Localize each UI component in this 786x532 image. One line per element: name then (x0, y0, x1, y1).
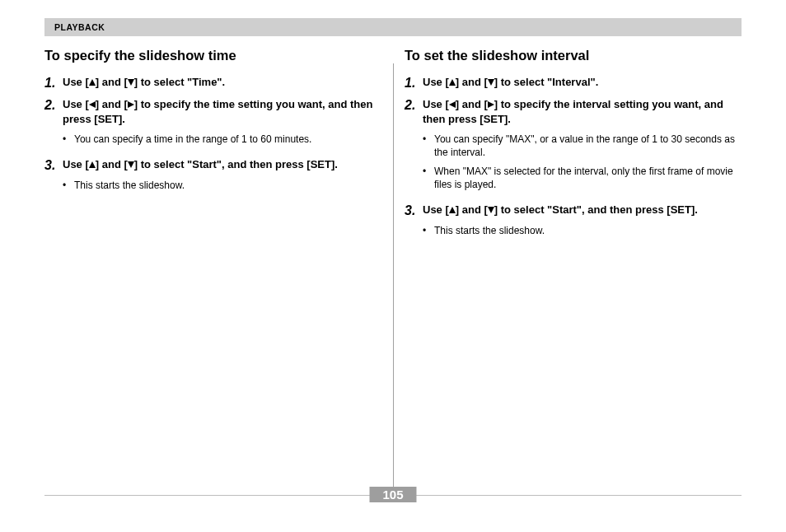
triangle-up-icon (89, 79, 96, 86)
step-body: Use [] and [] to select "Start", and the… (63, 157, 386, 197)
step-item: 2.Use [] and [] to specify the time sett… (44, 97, 386, 151)
triangle-up-icon (449, 207, 456, 213)
step-body: Use [] and [] to select "Time". (63, 75, 386, 91)
step-number: 2. (405, 97, 423, 196)
step-number: 1. (44, 75, 63, 91)
section-header-text: PLAYBACK (54, 22, 105, 32)
step-item: 1.Use [] and [] to select "Interval". (405, 75, 742, 91)
step-body: Use [] and [] to select "Interval". (423, 75, 742, 91)
left-steps: 1.Use [] and [] to select "Time".2.Use [… (44, 75, 386, 197)
step-body: Use [] and [] to specify the interval se… (423, 97, 742, 196)
step-bullets: You can specify a time in the range of 1… (63, 133, 386, 146)
triangle-down-icon (488, 207, 494, 213)
step-bullets: You can specify "MAX", or a value in the… (423, 133, 742, 191)
triangle-left-icon (89, 101, 96, 108)
bullet-item: You can specify a time in the range of 1… (63, 133, 386, 146)
page-number: 105 (369, 487, 416, 502)
step-text: Use [] and [] to select "Start", and the… (63, 157, 386, 172)
step-item: 3.Use [] and [] to select "Start", and t… (44, 157, 386, 197)
bullet-item: This starts the slideshow. (423, 224, 742, 237)
step-text: Use [] and [] to select "Time". (63, 75, 386, 90)
step-body: Use [] and [] to select "Start", and the… (423, 203, 742, 242)
step-body: Use [] and [] to specify the time settin… (63, 97, 386, 151)
step-number: 3. (44, 157, 63, 197)
section-header-bar: PLAYBACK (44, 18, 742, 36)
triangle-right-icon (488, 101, 494, 108)
step-item: 3.Use [] and [] to select "Start", and t… (405, 203, 742, 242)
step-text: Use [] and [] to specify the time settin… (63, 97, 386, 126)
step-text: Use [] and [] to select "Interval". (423, 75, 742, 90)
right-steps: 1.Use [] and [] to select "Interval".2.U… (405, 75, 742, 242)
step-bullets: This starts the slideshow. (423, 224, 742, 237)
page: PLAYBACK To specify the slideshow time 1… (44, 18, 742, 514)
triangle-down-icon (128, 161, 134, 168)
triangle-right-icon (128, 101, 134, 108)
left-heading: To specify the slideshow time (44, 48, 386, 63)
triangle-up-icon (449, 79, 456, 86)
step-bullets: This starts the slideshow. (63, 179, 386, 192)
bullet-item: When "MAX" is selected for the interval,… (423, 165, 742, 191)
step-item: 1.Use [] and [] to select "Time". (44, 75, 386, 91)
right-heading: To set the slideshow interval (405, 48, 742, 63)
step-text: Use [] and [] to select "Start", and the… (423, 203, 742, 217)
left-column: To specify the slideshow time 1.Use [] a… (44, 48, 393, 249)
step-text: Use [] and [] to specify the interval se… (423, 97, 742, 126)
bullet-item: You can specify "MAX", or a value in the… (423, 133, 742, 159)
triangle-up-icon (89, 161, 96, 168)
triangle-down-icon (488, 79, 494, 86)
triangle-left-icon (449, 101, 456, 108)
step-number: 2. (44, 97, 63, 151)
step-item: 2.Use [] and [] to specify the interval … (405, 97, 742, 196)
right-column: To set the slideshow interval 1.Use [] a… (393, 48, 742, 249)
column-divider (393, 63, 394, 489)
step-number: 1. (405, 75, 423, 91)
bullet-item: This starts the slideshow. (63, 179, 386, 192)
step-number: 3. (405, 203, 423, 242)
triangle-down-icon (128, 79, 134, 86)
